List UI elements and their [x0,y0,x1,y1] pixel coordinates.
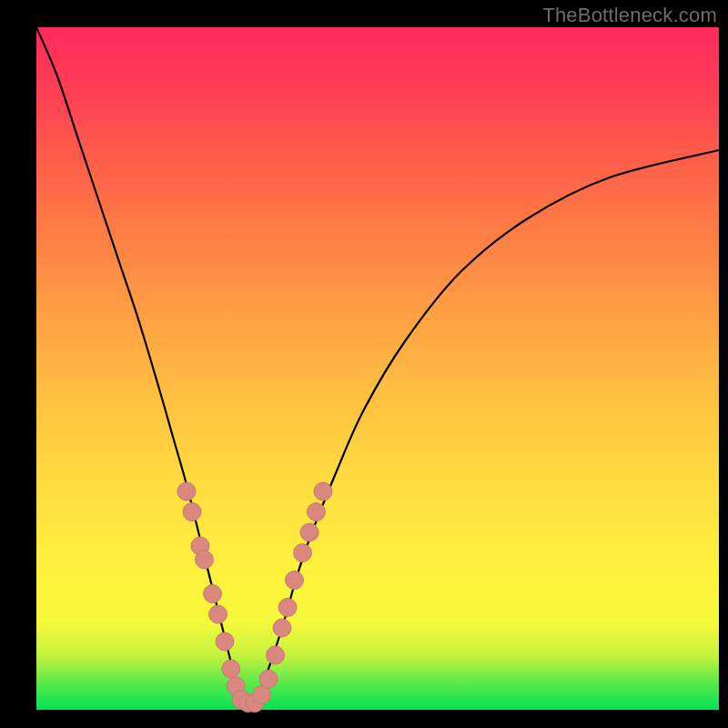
curve-marker [300,523,318,541]
watermark-text: TheBottleneck.com [542,4,717,27]
curve-marker [183,503,201,521]
curve-marker [286,571,304,590]
curve-marker [204,585,222,603]
curve-marker [314,482,332,500]
curve-marker [267,646,285,664]
curve-marker [273,619,291,637]
bottleneck-curve [36,27,719,704]
curve-marker [294,544,312,562]
curve-marker [216,632,234,651]
curve-marker [259,670,278,688]
curve-marker [278,599,297,617]
curve-marker [177,482,196,500]
chart-frame: TheBottleneck.com [0,0,728,728]
curve-marker [308,503,326,521]
curve-markers [177,482,332,713]
curve-marker [222,660,240,678]
curve-marker [209,605,228,623]
bottleneck-curve-svg [36,27,719,710]
plot-area [36,27,719,710]
curve-marker [196,551,214,569]
